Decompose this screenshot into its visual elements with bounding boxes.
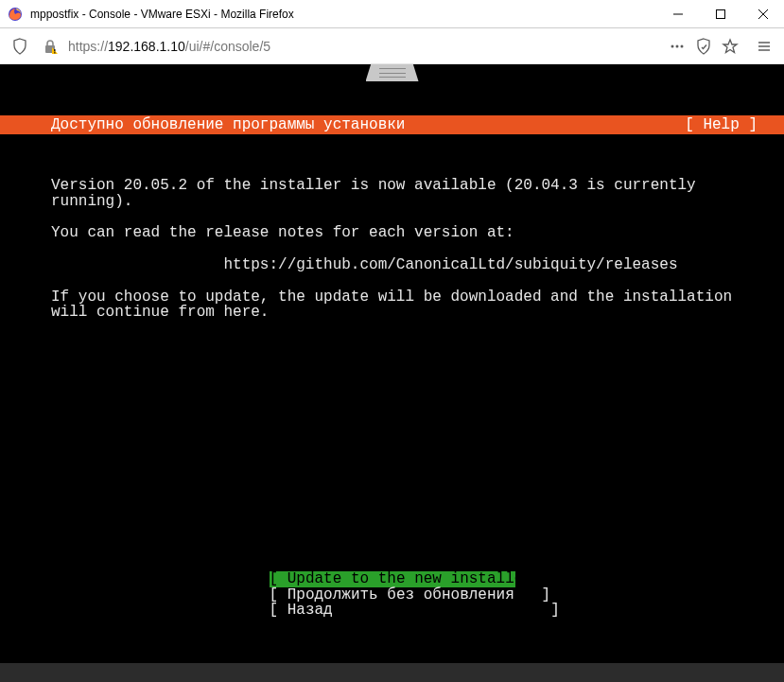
- url-host: 192.168.1.10: [108, 39, 185, 54]
- maximize-button[interactable]: [699, 0, 741, 28]
- svg-rect-6: [54, 49, 55, 51]
- svg-point-8: [671, 44, 674, 47]
- console-viewport[interactable]: Доступно обновление программы установки …: [0, 64, 784, 682]
- svg-rect-2: [716, 9, 724, 18]
- installer-header-title: Доступно обновление программы установки: [0, 117, 405, 133]
- url-path: /ui/#/console/5: [185, 39, 270, 54]
- svg-rect-7: [54, 52, 55, 53]
- installer-body: Version 20.05.2 of the installer is now …: [0, 166, 738, 321]
- installer-menu: [ Update to the new installer ] [ Продол…: [0, 555, 784, 635]
- hamburger-menu-icon[interactable]: [752, 34, 776, 59]
- installer-footer-bar: [0, 663, 784, 682]
- minimize-button[interactable]: [656, 0, 699, 28]
- page-actions-icon[interactable]: [665, 34, 689, 59]
- reader-mode-icon[interactable]: [691, 34, 716, 59]
- installer-console: Доступно обновление программы установки …: [0, 64, 784, 682]
- svg-point-10: [681, 44, 684, 47]
- installer-header: Доступно обновление программы установки …: [0, 115, 784, 135]
- bookmark-star-icon[interactable]: [718, 34, 742, 59]
- url-protocol: https://: [68, 39, 108, 54]
- menu-update-installer[interactable]: [ Update to the new installer ]: [270, 571, 515, 587]
- firefox-icon: [8, 7, 23, 22]
- lock-warning-icon[interactable]: [38, 34, 62, 59]
- window-controls: [656, 0, 784, 28]
- svg-point-9: [676, 44, 679, 47]
- help-button[interactable]: [ Help ]: [685, 117, 784, 133]
- close-button[interactable]: [741, 0, 784, 28]
- window-titlebar: mppostfix - Console - VMware ESXi - Mozi…: [0, 0, 784, 28]
- menu-continue-without-update[interactable]: [ Продолжить без обновления ]: [270, 587, 515, 603]
- url-input[interactable]: https://192.168.1.10/ui/#/console/5: [68, 28, 659, 63]
- window-title: mppostfix - Console - VMware ESXi - Mozi…: [30, 8, 656, 21]
- address-bar: https://192.168.1.10/ui/#/console/5: [0, 28, 784, 64]
- shield-icon[interactable]: [8, 34, 32, 59]
- menu-back[interactable]: [ Назад ]: [270, 603, 515, 619]
